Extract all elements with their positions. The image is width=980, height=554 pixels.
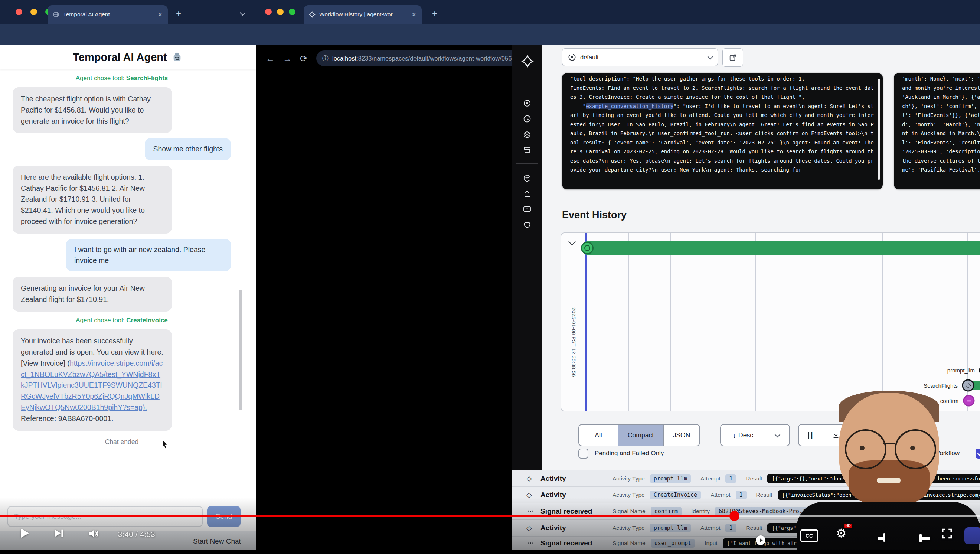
close-tab-icon[interactable]: ✕	[158, 11, 162, 18]
timeline-row-label: prompt_llm	[947, 367, 975, 374]
reload-button[interactable]: ⟳	[300, 54, 307, 64]
mouse-cursor	[161, 439, 170, 451]
new-tab-button[interactable]: +	[432, 9, 437, 18]
minimize-window-button[interactable]	[277, 8, 283, 15]
timeline-gridline	[840, 233, 841, 411]
signal-received-icon	[527, 507, 535, 516]
pending-failed-checkbox[interactable]	[578, 449, 589, 458]
sidebar-item-heart-icon[interactable]	[523, 221, 531, 229]
event-type-label: Activity	[541, 474, 603, 483]
field-value-chip: 1	[725, 524, 736, 532]
new-tab-button[interactable]: +	[176, 9, 181, 18]
left-tab-strip: Temporal AI Agent ✕ +	[0, 0, 256, 24]
code-cut-line: 'month': None}, 'next': 'question', 'res…	[902, 76, 980, 82]
event-type-label: Signal received	[541, 539, 603, 547]
sidebar-item-eye-icon[interactable]	[523, 99, 531, 108]
floating-blue-button[interactable]	[964, 527, 980, 544]
timeline-row-label: SearchFlights	[924, 382, 958, 389]
sort-desc-button[interactable]: ↓Desc	[721, 425, 765, 446]
sidebar-item-screen-icon[interactable]	[523, 205, 531, 214]
close-window-button[interactable]	[265, 8, 272, 15]
view-option-json[interactable]: JSON	[663, 425, 699, 446]
close-window-button[interactable]	[16, 8, 22, 15]
namespace-select[interactable]: default	[562, 48, 718, 66]
activity-scheduled-icon[interactable]	[962, 379, 974, 392]
field-value-chip: prompt_llm	[650, 474, 691, 483]
sidebar-item-layers-icon[interactable]	[523, 130, 531, 139]
field-label: Activity Type	[612, 475, 645, 482]
code-panel-right[interactable]: 'month': None}, 'next': 'question', 'res…	[894, 73, 980, 189]
code-scrollbar[interactable]	[878, 79, 880, 180]
theater-mode-button[interactable]	[920, 534, 922, 543]
view-option-all[interactable]: All	[579, 425, 618, 446]
view-option-compact[interactable]: Compact	[618, 425, 663, 446]
tab-search-chevron-icon[interactable]	[240, 10, 245, 16]
field-label: Signal Name	[612, 540, 646, 546]
globe-favicon-icon	[53, 11, 59, 18]
person-glasses-bridge	[883, 443, 896, 444]
tool-choice-prefix: Agent chose tool:	[76, 317, 126, 324]
sidebar-item-archive-icon[interactable]	[523, 146, 531, 154]
namespace-value: default	[580, 54, 705, 61]
sidebar-item-cube-icon[interactable]	[523, 174, 531, 183]
tool-choice-note: Agent chose tool: CreateInvoice	[13, 317, 231, 324]
temporal-logo-icon[interactable]	[521, 55, 530, 64]
play-button[interactable]	[18, 526, 31, 542]
progress-playhead[interactable]	[729, 511, 740, 521]
chat-message-user: Show me other flights	[145, 138, 231, 160]
forward-button[interactable]: →	[283, 54, 292, 64]
tool-name: CreateInvoice	[126, 317, 168, 324]
url-host: localhost	[332, 55, 356, 62]
next-button[interactable]	[53, 527, 65, 541]
settings-gear-icon[interactable]: ⚙HD	[836, 527, 847, 540]
chat-messages: Agent chose tool: SearchFlightsThe cheap…	[0, 69, 243, 500]
sidebar-divider	[516, 163, 538, 164]
video-progress-bar[interactable]	[0, 515, 980, 517]
sort-control: ↓Desc	[720, 424, 790, 446]
timeline-start-label: 2025-01-08 PST 12:35:38.56	[571, 307, 576, 377]
sort-chevron-button[interactable]	[765, 425, 789, 446]
field-value-chip: prompt_llm	[650, 524, 691, 532]
event-history-title: Event History	[562, 209, 627, 221]
code-cut-line: "tool_description": "Help the user gathe…	[570, 76, 805, 82]
open-external-button[interactable]	[722, 48, 743, 67]
chat-scrollbar[interactable]	[239, 290, 242, 410]
volume-icon[interactable]	[88, 528, 100, 541]
timeline-gridline	[670, 233, 671, 411]
chat-message-bot: Here are the available flight options: 1…	[13, 166, 172, 234]
video-letterbox	[0, 549, 980, 554]
minimize-window-button[interactable]	[30, 8, 37, 15]
workflow-execution-bar[interactable]	[586, 241, 980, 255]
sidebar-item-clock-icon[interactable]	[523, 115, 531, 123]
tool-choice-prefix: Agent chose tool:	[76, 75, 126, 82]
person-hoodie	[797, 502, 979, 550]
left-browser-window: Temporal AI Agent ✕ + ← → ⟳ ⓘ localhost …	[0, 0, 256, 549]
webcam-overlay	[794, 391, 980, 550]
robot-icon	[171, 51, 183, 63]
back-button[interactable]: ←	[266, 54, 275, 64]
browser-tab[interactable]: Workflow History | agent-wor ✕	[304, 5, 422, 24]
miniplayer-button[interactable]	[883, 533, 885, 542]
site-info-icon[interactable]: ⓘ	[322, 54, 329, 63]
chevron-down-icon	[708, 54, 713, 59]
close-tab-icon[interactable]: ✕	[412, 11, 417, 18]
timeline-gridline	[798, 233, 799, 411]
sidebar-item-upload-icon[interactable]	[523, 189, 531, 198]
event-type-label: Signal received	[541, 507, 603, 516]
browser-tab[interactable]: Temporal AI Agent ✕	[48, 5, 168, 24]
fullscreen-button[interactable]	[941, 527, 953, 541]
field-value-chip: CreateInvoice	[650, 490, 701, 500]
hd-quality-badge: HD	[844, 524, 851, 528]
field-label: Attempt	[711, 492, 730, 498]
right-toolbar: ← → ⟳ ⓘ localhost :8233/namespaces/defau…	[256, 24, 980, 45]
tab-title: Temporal AI Agent	[63, 11, 154, 18]
start-new-chat-link[interactable]: Start New Chat	[193, 537, 241, 546]
app-title: Temporal AI Agent	[73, 51, 167, 64]
person-glasses	[845, 429, 886, 470]
maximize-window-button[interactable]	[289, 8, 296, 15]
signal-received-icon	[527, 539, 535, 547]
message-text: Reference: 9AB8A670-0001.	[21, 414, 113, 423]
code-panel-left[interactable]: "tool_description": "Help the user gathe…	[562, 73, 883, 189]
workflow-bar-endpoint-icon[interactable]	[581, 242, 593, 254]
captions-button[interactable]: CC	[800, 530, 818, 542]
